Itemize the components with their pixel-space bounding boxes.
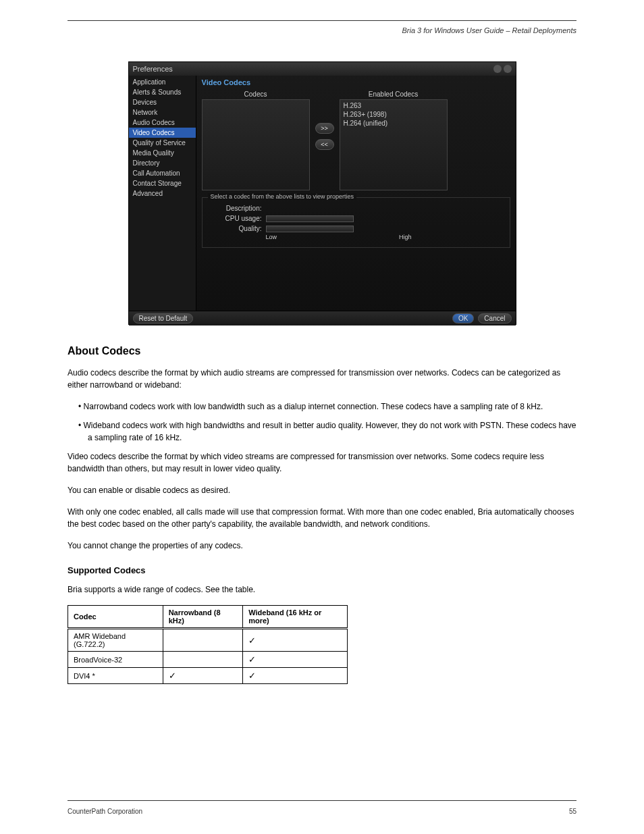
heading-supported-codecs: Supported Codecs: [68, 565, 576, 575]
quality-bar: [266, 226, 354, 232]
table-cell: ✓: [163, 668, 243, 684]
sidebar-item-directory[interactable]: Directory: [129, 158, 196, 168]
footer-left: CounterPath Corporation: [68, 808, 142, 815]
dialog-title: Preferences: [133, 62, 173, 76]
preferences-dialog: Preferences ApplicationAlerts & SoundsDe…: [128, 61, 516, 325]
paragraph: Video codecs describe the format by whic…: [68, 450, 576, 475]
disable-codec-button[interactable]: <<: [315, 139, 334, 150]
scale-low: Low: [266, 234, 277, 240]
available-codecs-listbox[interactable]: [202, 99, 310, 190]
sidebar-item-devices[interactable]: Devices: [129, 97, 196, 107]
header-rule: [68, 20, 576, 21]
sidebar-item-media-quality[interactable]: Media Quality: [129, 148, 196, 158]
table-cell: BroadVoice-32: [68, 652, 163, 668]
table-cell: DVI4 *: [68, 668, 163, 684]
footer-page-number: 55: [569, 808, 576, 815]
cancel-button[interactable]: Cancel: [478, 313, 511, 323]
table-cell: ✓: [243, 668, 348, 684]
sidebar-item-advanced[interactable]: Advanced: [129, 188, 196, 199]
list-item[interactable]: H.264 (unified): [342, 119, 446, 128]
bullet-item: Wideband codecs work with high bandwidth…: [88, 419, 576, 444]
table-row: BroadVoice-32✓: [68, 652, 348, 668]
minimize-icon[interactable]: [493, 65, 502, 73]
close-icon[interactable]: [504, 65, 512, 73]
sidebar-item-video-codecs[interactable]: Video Codecs: [129, 128, 196, 138]
list-item[interactable]: H.263+ (1998): [342, 110, 446, 119]
titlebar: Preferences: [129, 62, 516, 76]
cpu-usage-label: CPU usage:: [208, 215, 262, 222]
reset-to-default-button[interactable]: Reset to Default: [133, 313, 194, 323]
table-cell: [163, 629, 243, 652]
paragraph: You cannot change the properties of any …: [68, 540, 576, 552]
header-text: Bria 3 for Windows User Guide – Retail D…: [68, 26, 576, 34]
sidebar-item-alerts-sounds[interactable]: Alerts & Sounds: [129, 87, 196, 97]
list-item[interactable]: H.263: [342, 101, 446, 110]
description-label: Description:: [208, 205, 262, 212]
available-codecs-label: Codecs: [202, 90, 310, 98]
quality-label: Quality:: [208, 225, 262, 232]
panel-title: Video Codecs: [202, 78, 510, 86]
paragraph: With only one codec enabled, all calls m…: [68, 506, 576, 530]
preferences-sidebar: ApplicationAlerts & SoundsDevicesNetwork…: [129, 76, 196, 311]
supported-codecs-table: CodecNarrowband (8 kHz)Wideband (16 kHz …: [68, 605, 348, 684]
table-cell: [163, 652, 243, 668]
table-header: Wideband (16 kHz or more): [243, 606, 348, 629]
sidebar-item-call-automation[interactable]: Call Automation: [129, 168, 196, 178]
sidebar-item-network[interactable]: Network: [129, 107, 196, 118]
sidebar-item-contact-storage[interactable]: Contact Storage: [129, 178, 196, 188]
sidebar-item-application[interactable]: Application: [129, 77, 196, 87]
sidebar-item-audio-codecs[interactable]: Audio Codecs: [129, 118, 196, 128]
ok-button[interactable]: OK: [452, 313, 474, 323]
scale-high: High: [399, 234, 412, 240]
table-row: DVI4 *✓✓: [68, 668, 348, 684]
cpu-usage-bar: [266, 215, 354, 222]
properties-legend: Select a codec from the above lists to v…: [208, 193, 357, 200]
table-row: AMR Wideband (G.722.2)✓: [68, 629, 348, 652]
table-header: Codec: [68, 606, 163, 629]
enabled-codecs-listbox[interactable]: H.263H.263+ (1998)H.264 (unified): [340, 99, 448, 190]
bullet-item: Narrowband codecs work with low bandwidt…: [88, 400, 576, 413]
table-cell: AMR Wideband (G.722.2): [68, 629, 163, 652]
paragraph: You can enable or disable codecs as desi…: [68, 484, 576, 496]
table-cell: ✓: [243, 629, 348, 652]
table-header: Narrowband (8 kHz): [163, 606, 243, 629]
heading-about-codecs: About Codecs: [68, 345, 576, 357]
enable-codec-button[interactable]: >>: [315, 123, 334, 134]
enabled-codecs-label: Enabled Codecs: [340, 90, 448, 98]
table-cell: ✓: [243, 652, 348, 668]
sidebar-item-quality-of-service[interactable]: Quality of Service: [129, 138, 196, 148]
paragraph: Bria supports a wide range of codecs. Se…: [68, 583, 576, 596]
paragraph: Audio codecs describe the format by whic…: [68, 367, 576, 391]
codec-properties-group: Select a codec from the above lists to v…: [202, 197, 510, 248]
